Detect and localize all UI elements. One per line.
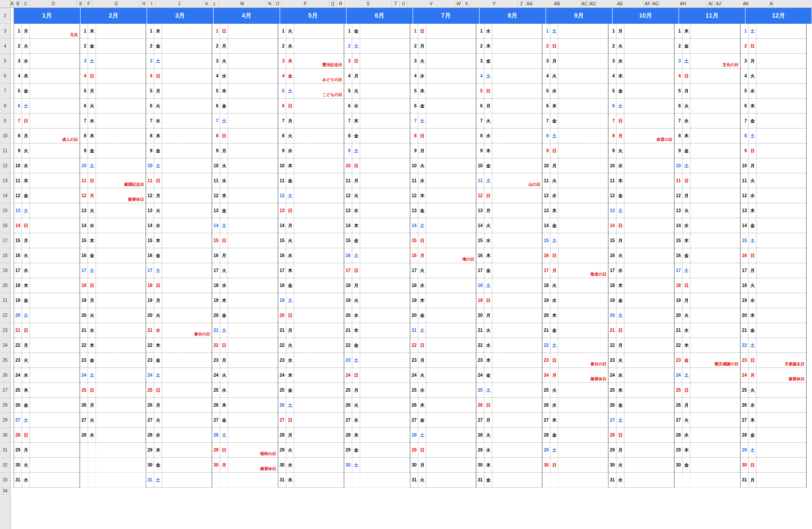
event-cell[interactable]	[162, 248, 212, 263]
event-cell[interactable]: 春分の日	[162, 323, 212, 338]
event-cell[interactable]	[96, 233, 146, 248]
col-header-D[interactable]: D	[30, 0, 77, 7]
event-cell[interactable]	[757, 248, 806, 263]
event-cell[interactable]	[690, 218, 740, 233]
event-cell[interactable]	[162, 398, 212, 412]
col-header-AB[interactable]: AB	[534, 0, 581, 7]
event-cell[interactable]	[757, 443, 806, 457]
event-cell[interactable]: 春分の日	[558, 353, 608, 367]
event-cell[interactable]	[162, 84, 212, 98]
event-cell[interactable]	[757, 263, 806, 278]
event-cell[interactable]	[162, 69, 212, 83]
event-cell[interactable]	[757, 398, 806, 412]
event-cell[interactable]	[294, 158, 344, 173]
event-cell[interactable]	[492, 158, 542, 173]
event-cell[interactable]	[30, 398, 80, 412]
event-cell[interactable]	[558, 188, 608, 203]
event-cell[interactable]	[426, 278, 476, 293]
row-header-23[interactable]: 23	[0, 323, 10, 338]
event-cell[interactable]	[492, 54, 542, 68]
event-cell[interactable]	[426, 69, 476, 83]
event-cell[interactable]	[426, 428, 476, 442]
event-cell[interactable]	[690, 443, 740, 457]
event-cell[interactable]	[558, 308, 608, 323]
event-cell[interactable]	[558, 293, 608, 308]
select-all-corner[interactable]	[0, 0, 11, 7]
event-cell[interactable]	[757, 293, 806, 308]
event-cell[interactable]	[228, 263, 278, 278]
event-cell[interactable]	[294, 308, 344, 323]
event-cell[interactable]	[426, 233, 476, 248]
col-header-B[interactable]: B	[14, 0, 22, 7]
event-cell[interactable]	[624, 368, 674, 382]
event-cell[interactable]	[426, 263, 476, 278]
event-cell[interactable]	[492, 323, 542, 338]
event-cell[interactable]	[492, 69, 542, 83]
event-cell[interactable]	[624, 428, 674, 442]
event-cell[interactable]	[558, 84, 608, 98]
event-cell[interactable]	[30, 458, 80, 472]
event-cell[interactable]	[624, 188, 674, 203]
row-header-29[interactable]: 29	[0, 413, 10, 428]
event-cell[interactable]	[360, 129, 410, 143]
event-cell[interactable]	[96, 323, 146, 338]
event-cell[interactable]	[757, 188, 806, 203]
event-cell[interactable]	[624, 99, 674, 113]
event-cell[interactable]	[30, 338, 80, 353]
event-cell[interactable]	[492, 473, 542, 487]
event-cell[interactable]	[492, 188, 542, 203]
event-cell[interactable]	[624, 143, 674, 158]
event-cell[interactable]	[757, 129, 806, 143]
event-cell[interactable]	[426, 114, 476, 128]
col-header-J[interactable]: J	[156, 0, 203, 7]
event-cell[interactable]	[360, 218, 410, 233]
event-cell[interactable]	[30, 188, 80, 203]
row-header-10[interactable]: 10	[0, 129, 10, 143]
event-cell[interactable]	[162, 129, 212, 143]
col-header-O[interactable]: O	[274, 0, 282, 7]
col-header-L[interactable]: L	[211, 0, 219, 7]
event-cell[interactable]	[96, 308, 146, 323]
event-cell[interactable]	[558, 143, 608, 158]
event-cell[interactable]	[228, 84, 278, 98]
event-cell[interactable]	[624, 233, 674, 248]
event-cell[interactable]	[558, 129, 608, 143]
event-cell[interactable]	[426, 84, 476, 98]
row-header-7[interactable]: 7	[0, 84, 10, 99]
event-cell[interactable]	[228, 233, 278, 248]
event-cell[interactable]	[96, 129, 146, 143]
event-cell[interactable]: 文化の日	[690, 54, 740, 68]
event-cell[interactable]	[360, 308, 410, 323]
col-header-K[interactable]: K	[203, 0, 211, 7]
event-cell[interactable]: 昭和の日	[228, 443, 278, 457]
event-cell[interactable]	[30, 233, 80, 248]
event-cell[interactable]	[757, 233, 806, 248]
event-cell[interactable]	[162, 173, 212, 188]
event-cell[interactable]	[558, 69, 608, 83]
row-header-4[interactable]: 4	[0, 39, 10, 54]
event-cell[interactable]	[558, 383, 608, 397]
col-header-I[interactable]: I	[148, 0, 156, 7]
event-cell[interactable]	[360, 458, 410, 472]
event-cell[interactable]	[294, 188, 344, 203]
event-cell[interactable]	[690, 24, 740, 38]
event-cell[interactable]	[294, 218, 344, 233]
event-cell[interactable]	[360, 54, 410, 68]
event-cell[interactable]	[624, 293, 674, 308]
col-header-S[interactable]: S	[345, 0, 392, 7]
row-header-25[interactable]: 25	[0, 353, 10, 368]
event-cell[interactable]	[294, 353, 344, 367]
col-header-AF[interactable]: AF	[644, 0, 652, 7]
col-header-U[interactable]: U	[400, 0, 408, 7]
col-header-P[interactable]: P	[282, 0, 329, 7]
event-cell[interactable]	[228, 338, 278, 353]
event-cell[interactable]: 体育の日	[624, 129, 674, 143]
event-cell[interactable]	[624, 114, 674, 128]
event-cell[interactable]	[492, 293, 542, 308]
row-header-11[interactable]: 11	[0, 143, 10, 158]
event-cell[interactable]	[690, 413, 740, 427]
event-cell[interactable]	[162, 54, 212, 68]
event-cell[interactable]	[426, 39, 476, 53]
event-cell[interactable]	[624, 458, 674, 472]
event-cell[interactable]	[294, 233, 344, 248]
